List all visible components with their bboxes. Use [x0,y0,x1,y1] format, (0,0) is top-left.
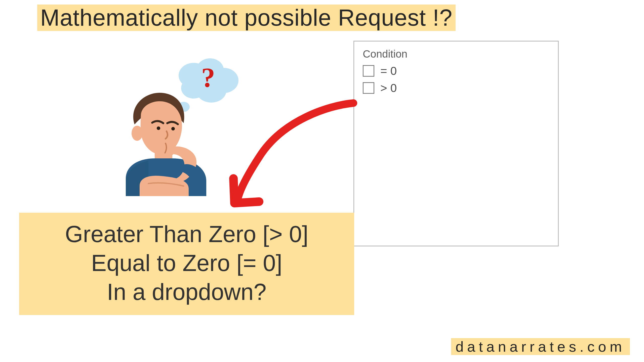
condition-option-eq0[interactable]: = 0 [363,64,549,78]
callout-line-2: Equal to Zero [= 0] [19,249,354,278]
condition-heading: Condition [363,48,549,60]
svg-text:?: ? [201,62,215,93]
curved-arrow-icon [221,98,362,214]
checkbox-icon[interactable] [363,82,374,94]
condition-panel: Condition = 0 > 0 [353,41,559,246]
condition-option-label: = 0 [380,64,397,78]
brand-label: datanarrates.com [451,338,630,355]
thinking-person-icon: ? [111,53,242,196]
callout-line-3: In a dropdown? [19,278,354,306]
svg-point-10 [171,127,175,130]
page-title: Mathematically not possible Request !? [37,5,456,31]
svg-point-9 [157,126,160,130]
checkbox-icon[interactable] [363,65,374,77]
callout-line-1: Greater Than Zero [> 0] [19,220,354,249]
condition-option-gt0[interactable]: > 0 [363,81,549,95]
condition-option-label: > 0 [380,81,397,95]
bottom-callout: Greater Than Zero [> 0] Equal to Zero [=… [19,213,354,315]
